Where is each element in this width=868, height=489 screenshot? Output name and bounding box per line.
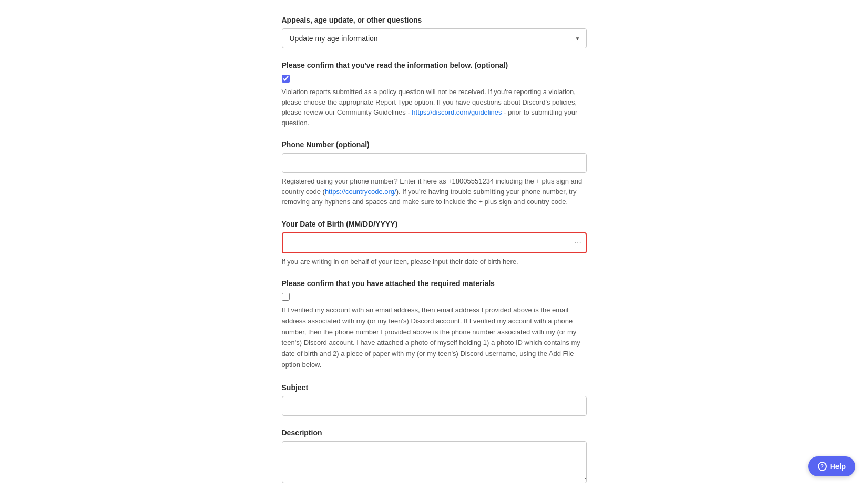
violation-notice: Violation reports submitted as a policy … [282,87,587,128]
materials-label: Please confirm that you have attached th… [282,279,587,288]
help-circle-icon: ? [818,462,827,471]
phone-label: Phone Number (optional) [282,140,587,149]
confirm-read-label: Please confirm that you've read the info… [282,61,587,69]
dob-input[interactable] [282,232,587,253]
dob-label: Your Date of Birth (MM/DD/YYYY) [282,220,587,228]
dob-input-wrapper: ⋯ [282,232,587,253]
dob-section: Your Date of Birth (MM/DD/YYYY) ⋯ If you… [282,220,587,267]
phone-hint: Registered using your phone number? Ente… [282,176,587,207]
phone-section: Phone Number (optional) Registered using… [282,140,587,207]
help-button[interactable]: ? Help [808,456,855,476]
appeals-select[interactable]: Update my age information [282,28,587,48]
help-button-label: Help [830,462,846,471]
confirm-read-row [282,74,587,83]
materials-row [282,292,587,301]
materials-section: Please confirm that you have attached th… [282,279,587,371]
appeals-select-wrapper[interactable]: Update my age information [282,28,587,48]
dob-sub: If you are writing in on behalf of your … [282,257,587,267]
confirm-read-section: Please confirm that you've read the info… [282,61,587,128]
description-section: Description [282,429,587,485]
description-label: Description [282,429,587,437]
materials-checkbox[interactable] [282,293,290,301]
phone-input[interactable] [282,153,587,173]
guidelines-link[interactable]: https://discord.com/guidelines [412,108,502,116]
subject-input[interactable] [282,396,587,416]
confirm-read-checkbox[interactable] [282,75,290,83]
appeals-label: Appeals, age update, or other questions [282,16,587,24]
subject-label: Subject [282,383,587,392]
subject-section: Subject [282,383,587,416]
materials-confirm-text: If I verified my account with an email a… [282,305,587,371]
description-textarea[interactable] [282,441,587,483]
appeals-section: Appeals, age update, or other questions … [282,16,587,48]
countrycode-link[interactable]: https://countrycode.org/ [325,188,396,196]
